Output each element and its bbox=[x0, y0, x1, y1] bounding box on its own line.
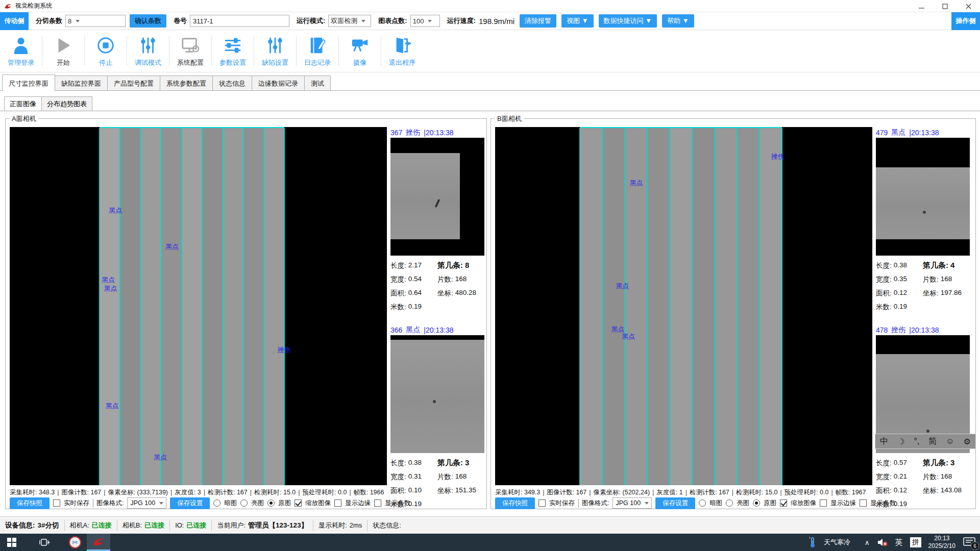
defect-marker-label: 黑点 bbox=[616, 282, 629, 291]
maximize-button[interactable] bbox=[933, 0, 957, 12]
camera-toolbar-button[interactable]: 摄像 bbox=[339, 33, 381, 69]
defect-type: 挫伤 bbox=[891, 325, 905, 335]
zoom-image-checkbox[interactable] bbox=[780, 499, 787, 507]
operator-side-tag[interactable]: 操作侧 bbox=[951, 12, 980, 30]
tab-main-5[interactable]: 边缘数据记录 bbox=[252, 76, 305, 91]
slit-edge-line bbox=[781, 128, 782, 485]
chevron-down-icon bbox=[159, 502, 163, 505]
vision-app-taskbar-button[interactable] bbox=[87, 534, 110, 551]
show-edges-checkbox[interactable] bbox=[820, 499, 827, 507]
defect-id: 366 bbox=[390, 326, 402, 334]
data-access-menu-button[interactable]: 数据快捷访问 ▼ bbox=[599, 14, 657, 28]
show-edges-checkbox[interactable] bbox=[334, 499, 341, 507]
dark-image-label: 暗图 bbox=[224, 499, 237, 508]
save-snapshot-button[interactable]: 保存快照 bbox=[10, 497, 50, 509]
stop-toolbar-button[interactable]: 停止 bbox=[85, 33, 127, 69]
weather-text[interactable]: 天气寒冷 bbox=[824, 538, 850, 547]
subtab-1[interactable]: 分布趋势图表 bbox=[41, 96, 92, 111]
monitor-gear-toolbar-button[interactable]: 系统配置 bbox=[169, 33, 211, 69]
sliders-vertical-toolbar-button[interactable]: 缺陷设置 bbox=[254, 33, 296, 69]
sliders-horizontal-toolbar-button[interactable]: 参数设置 bbox=[212, 33, 254, 69]
defect-marker-label: 黑点 bbox=[109, 206, 122, 215]
run-mode-label: 运行模式: bbox=[297, 16, 325, 26]
ime-punctuation-toggle[interactable]: °, bbox=[914, 437, 919, 446]
ime-halfwidth-moon-icon[interactable]: ☽ bbox=[897, 437, 904, 446]
run-mode-select[interactable]: 双面检测 bbox=[328, 15, 371, 27]
clear-alarm-button[interactable]: 清除报警 bbox=[520, 14, 556, 28]
tray-expand-caret[interactable]: ∧ bbox=[865, 539, 870, 546]
image-format-select[interactable]: JPG 100 bbox=[612, 497, 652, 509]
icon-button-label: 参数设置 bbox=[219, 58, 246, 67]
save-settings-button[interactable]: 保存设置 bbox=[655, 497, 695, 509]
acquisition-stats-line: 采集耗时: 349.3|图像计数: 167|像素坐标: (5202,24)|灰度… bbox=[495, 488, 875, 497]
defect-entry[interactable]: 478挫伤|20:13:38长度:0.57第几条:3宽度:0.21片数:168面… bbox=[876, 324, 970, 511]
slit-edge-line bbox=[202, 128, 203, 485]
tab-main-6[interactable]: 测试 bbox=[304, 76, 331, 91]
run-speed-value: 198.9m/mi bbox=[479, 17, 514, 26]
defect-entry[interactable]: 479黑点|20:13:38长度:0.38第几条:4宽度:0.35片数:168面… bbox=[876, 127, 970, 314]
realtime-save-checkbox[interactable] bbox=[53, 499, 60, 507]
confirm-count-button[interactable]: 确认条数 bbox=[130, 14, 166, 28]
clock-time: 20:13 bbox=[928, 535, 955, 542]
help-menu-button[interactable]: 帮助 ▼ bbox=[662, 14, 694, 28]
speaker-muted-icon[interactable] bbox=[877, 538, 888, 547]
view-menu-button[interactable]: 视图 ▼ bbox=[561, 14, 593, 28]
ime-settings-gear-icon[interactable]: ⚙ bbox=[964, 437, 971, 446]
show-count-label: 显示条数 bbox=[385, 499, 410, 508]
dark-image-radio[interactable] bbox=[699, 499, 706, 507]
subtab-divider bbox=[0, 111, 980, 111]
bright-image-radio[interactable] bbox=[726, 499, 733, 507]
image-format-select[interactable]: JPG 100 bbox=[127, 497, 166, 509]
drive-side-tag[interactable]: 传动侧 bbox=[0, 12, 29, 30]
task-view-button[interactable] bbox=[33, 534, 56, 551]
camera-image: 挫伤黑点黑点黑点黑点 bbox=[495, 127, 872, 485]
taskbar-clock[interactable]: 20:13 2025/2/10 bbox=[928, 535, 955, 550]
log-toolbar-button[interactable]: 日志记录 bbox=[297, 33, 338, 69]
ime-simplified-toggle[interactable]: 简 bbox=[928, 436, 937, 447]
bright-image-radio[interactable] bbox=[240, 499, 248, 507]
defect-entry[interactable]: 366黑点|20:13:38长度:0.38第几条:3宽度:0.31片数:168面… bbox=[390, 324, 484, 511]
tab-main-2[interactable]: 产品型号配置 bbox=[107, 76, 160, 91]
subtab-0[interactable]: 正面图像 bbox=[4, 96, 42, 111]
show-edges-label: 显示边缘 bbox=[345, 499, 371, 508]
start-button[interactable] bbox=[0, 534, 23, 551]
save-settings-button[interactable]: 保存设置 bbox=[170, 497, 210, 509]
original-image-radio[interactable] bbox=[753, 499, 760, 507]
slit-count-select[interactable]: 8 bbox=[65, 15, 126, 27]
save-snapshot-button[interactable]: 保存快照 bbox=[495, 497, 535, 509]
defect-entry[interactable]: 367挫伤|20:13:38长度:2.17第几条:8宽度:0.54片数:168面… bbox=[390, 127, 484, 314]
dark-image-radio[interactable] bbox=[213, 499, 220, 507]
tab-main-3[interactable]: 系统参数配置 bbox=[160, 76, 213, 91]
minimize-button[interactable] bbox=[910, 0, 933, 12]
roll-number-input[interactable]: 3117-1 bbox=[190, 15, 289, 27]
defect-time: |20:13:38 bbox=[909, 326, 939, 334]
show-count-checkbox[interactable] bbox=[860, 499, 867, 507]
snipping-tool-button[interactable]: ✂ bbox=[63, 534, 87, 551]
zoom-image-checkbox[interactable] bbox=[295, 499, 302, 507]
windows-taskbar: ✂ 天气寒冷 ∧ 英 拼 20:13 2025/2/10 bbox=[0, 534, 980, 551]
ime-language-indicator[interactable]: 英 bbox=[895, 538, 903, 547]
user-toolbar-button[interactable]: 管理登录 bbox=[0, 33, 42, 69]
tab-main-1[interactable]: 缺陷监控界面 bbox=[55, 76, 108, 91]
slit-edge-line bbox=[181, 128, 182, 485]
defect-entry-header: 366黑点|20:13:38 bbox=[390, 324, 484, 335]
ime-lang-toggle[interactable]: 中 bbox=[880, 436, 888, 447]
tab-main-0[interactable]: 尺寸监控界面 bbox=[2, 74, 55, 91]
tab-main-4[interactable]: 状态信息 bbox=[212, 76, 252, 91]
sliders-vertical-toolbar-button[interactable]: 调试模式 bbox=[127, 33, 169, 69]
chart-points-select[interactable]: 100 bbox=[410, 15, 440, 27]
ime-mode-indicator[interactable]: 拼 bbox=[910, 537, 921, 547]
close-button[interactable] bbox=[957, 0, 980, 12]
action-center-button[interactable]: 6 bbox=[963, 537, 976, 548]
exit-toolbar-button[interactable]: 退出程序 bbox=[381, 33, 423, 69]
defect-metadata: 长度:0.38第几条:4宽度:0.35片数:168面积:0.12坐标:197.8… bbox=[876, 256, 970, 314]
thermometer-icon[interactable] bbox=[808, 537, 817, 548]
show-count-checkbox[interactable] bbox=[374, 499, 381, 507]
ime-emoji-button[interactable]: ☺ bbox=[946, 437, 954, 446]
realtime-save-label: 实时保存 bbox=[64, 499, 89, 508]
realtime-save-checkbox[interactable] bbox=[538, 499, 546, 507]
defect-marker-label: 黑点 bbox=[106, 402, 119, 411]
play-toolbar-button[interactable]: 开始 bbox=[42, 33, 84, 69]
original-image-radio[interactable] bbox=[267, 499, 275, 507]
material-strip bbox=[715, 128, 737, 485]
